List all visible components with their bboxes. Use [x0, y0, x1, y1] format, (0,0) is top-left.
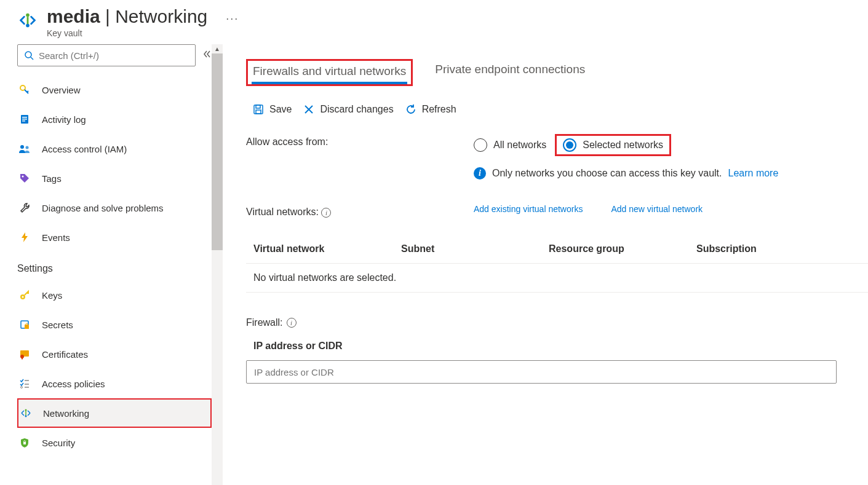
search-icon — [24, 50, 34, 60]
sidebar-item-events[interactable]: Events — [17, 223, 212, 252]
toolbar: Save Discard changes Refresh — [246, 103, 868, 116]
firewall-label: Firewall: i — [246, 317, 868, 328]
sidebar-item-activity-log[interactable]: Activity log — [17, 104, 212, 134]
sidebar-item-label: Certificates — [42, 349, 88, 360]
add-existing-vnet-link[interactable]: Add existing virtual networks — [474, 204, 583, 214]
ip-address-input[interactable] — [246, 360, 837, 384]
sidebar-item-secrets[interactable]: Secrets — [17, 310, 212, 339]
resource-type-label: Key vault — [47, 28, 207, 38]
radio-icon — [474, 138, 487, 152]
save-icon — [252, 103, 265, 116]
sidebar-item-overview[interactable]: Overview — [17, 75, 212, 104]
svg-rect-6 — [22, 117, 27, 118]
svg-line-3 — [31, 57, 33, 60]
svg-rect-30 — [256, 110, 261, 114]
tab-bar: Firewalls and virtual networks Private e… — [246, 59, 868, 86]
svg-point-2 — [25, 52, 31, 58]
close-icon — [303, 103, 315, 116]
radio-selected-networks[interactable]: Selected networks — [563, 138, 663, 152]
col-virtual-network: Virtual network — [253, 243, 401, 254]
page-title: media | Networking — [47, 6, 207, 27]
sidebar-item-label: Access control (IAM) — [42, 144, 127, 154]
page-header: media | Networking Key vault ··· — [0, 0, 868, 44]
certificate-icon — [18, 348, 31, 360]
svg-point-25 — [25, 416, 27, 417]
svg-point-13 — [22, 296, 24, 298]
svg-rect-28 — [254, 105, 263, 114]
svg-rect-16 — [26, 323, 28, 325]
main-content: Firewalls and virtual networks Private e… — [221, 44, 868, 485]
sidebar-item-label: Tags — [42, 173, 62, 184]
key-icon — [18, 289, 31, 301]
secrets-icon — [18, 318, 31, 331]
wrench-icon — [18, 202, 31, 214]
sidebar-item-label: Security — [42, 438, 75, 448]
sidebar-item-networking[interactable]: Networking — [17, 398, 212, 428]
chevron-double-left-icon — [202, 49, 212, 59]
svg-point-9 — [20, 145, 24, 149]
table-empty-row: No virtual networks are selected. — [246, 264, 868, 293]
sidebar-item-label: Overview — [42, 85, 81, 95]
collapse-sidebar-button[interactable] — [202, 49, 212, 61]
allow-access-label: Allow access from: — [246, 134, 474, 148]
radio-all-networks[interactable]: All networks — [474, 138, 546, 152]
people-icon — [18, 143, 31, 155]
sidebar-item-access-policies[interactable]: Access policies — [17, 369, 212, 398]
sidebar-item-label: Events — [42, 232, 70, 243]
tab-firewalls[interactable]: Firewalls and virtual networks — [252, 62, 407, 84]
tag-icon — [18, 172, 31, 184]
more-actions-button[interactable]: ··· — [226, 12, 239, 25]
help-icon[interactable]: i — [321, 208, 331, 218]
networking-icon — [20, 407, 32, 419]
table-header: Virtual network Subnet Resource group Su… — [246, 235, 868, 264]
svg-point-4 — [20, 85, 25, 90]
sidebar-item-security[interactable]: Security — [17, 428, 212, 457]
sidebar-item-access-control[interactable]: Access control (IAM) — [17, 134, 212, 164]
learn-more-link[interactable]: Learn more — [728, 168, 779, 179]
sidebar-item-diagnose[interactable]: Diagnose and solve problems — [17, 193, 212, 223]
radio-selected-icon — [563, 138, 576, 152]
sidebar-item-keys[interactable]: Keys — [17, 280, 212, 310]
refresh-button[interactable]: Refresh — [405, 103, 456, 116]
sidebar-item-label: Networking — [43, 408, 89, 419]
sidebar-group-settings: Settings — [17, 263, 212, 274]
virtual-networks-label: Virtual networks: i — [246, 204, 474, 218]
sidebar-item-certificates[interactable]: Certificates — [17, 339, 212, 369]
vnets-table: Virtual network Subnet Resource group Su… — [246, 235, 868, 293]
sidebar: Overview Activity log Access control (IA… — [0, 44, 221, 485]
sidebar-item-label: Activity log — [42, 114, 86, 125]
info-message: i Only networks you choose can access th… — [474, 167, 868, 179]
radio-selected-networks-highlight: Selected networks — [555, 134, 671, 156]
sidebar-item-label: Access policies — [42, 379, 105, 389]
key-icon — [18, 84, 31, 96]
discard-button[interactable]: Discard changes — [303, 103, 393, 116]
col-subnet: Subnet — [401, 243, 549, 254]
lightning-icon — [18, 231, 31, 243]
add-new-vnet-link[interactable]: Add new virtual network — [611, 204, 703, 214]
tab-private-endpoint[interactable]: Private endpoint connections — [430, 59, 590, 86]
sidebar-item-tags[interactable]: Tags — [17, 164, 212, 193]
sidebar-item-label: Keys — [42, 290, 62, 301]
tab-firewalls-highlight: Firewalls and virtual networks — [246, 59, 413, 86]
save-button[interactable]: Save — [252, 103, 292, 116]
checklist-icon — [18, 377, 31, 390]
search-input[interactable] — [39, 50, 189, 61]
svg-rect-7 — [22, 119, 27, 120]
ip-column-header: IP address or CIDR — [246, 341, 868, 352]
sidebar-search[interactable] — [17, 44, 196, 66]
help-icon[interactable]: i — [287, 318, 297, 328]
log-icon — [18, 113, 31, 125]
svg-point-0 — [26, 14, 30, 17]
svg-point-10 — [26, 146, 29, 149]
sidebar-item-label: Diagnose and solve problems — [42, 203, 164, 213]
svg-point-11 — [22, 176, 24, 178]
key-vault-icon — [17, 10, 38, 33]
sidebar-item-label: Secrets — [42, 320, 73, 330]
svg-point-22 — [21, 387, 23, 388]
info-icon: i — [474, 167, 486, 179]
col-subscription: Subscription — [696, 243, 861, 254]
svg-point-1 — [26, 24, 30, 28]
col-resource-group: Resource group — [549, 243, 696, 254]
scroll-up-arrow-icon[interactable]: ▲ — [214, 44, 220, 53]
refresh-icon — [405, 103, 417, 116]
